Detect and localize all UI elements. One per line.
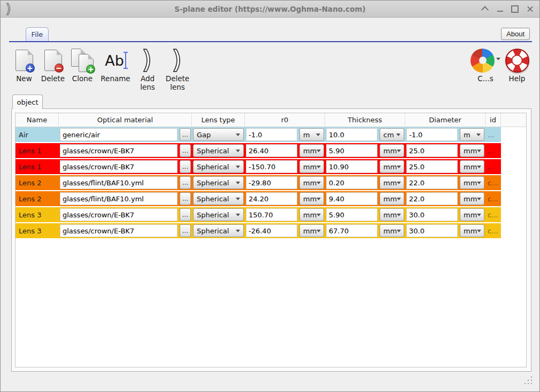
help-label: Help [509,75,526,83]
diameter-unit-select[interactable]: mm [460,176,484,189]
lens-type-select[interactable]: Spherical [193,208,244,221]
clone-button[interactable]: Clone [67,48,98,83]
r0-unit-select[interactable]: mm [299,144,324,157]
header-name: Name [16,113,59,127]
r0-unit-select[interactable]: mm [299,160,324,173]
diameter-unit-select[interactable]: mm [460,160,484,173]
thickness-input[interactable] [326,128,377,141]
browse-material-button[interactable]: ... [180,128,191,141]
r0-unit-select[interactable]: mm [299,208,324,221]
thickness-unit-select[interactable]: mm [380,208,404,221]
r0-unit-select[interactable]: mm [299,176,324,189]
browse-material-button[interactable]: ... [180,160,191,173]
lens-type-select[interactable]: Spherical [193,144,244,157]
thickness-unit-select[interactable]: mm [380,176,404,189]
thickness-unit-select[interactable]: cm [380,128,404,141]
thickness-input[interactable] [326,224,377,237]
r0-input[interactable] [246,128,297,141]
thickness-input[interactable] [326,160,377,173]
thickness-unit-select[interactable]: mm [380,144,404,157]
row-id-cell: c... [485,223,501,238]
tab-file[interactable]: File [26,27,49,41]
resize-grip[interactable] [524,377,532,384]
diameter-input[interactable] [406,144,458,157]
add-lens-button[interactable]: Add lens [134,48,161,91]
r0-input[interactable] [246,208,297,221]
add-lens-label: Add lens [137,75,158,91]
rename-button[interactable]: Ab Rename [97,48,134,83]
optical-material-input[interactable] [60,224,178,237]
maximize-window-icon[interactable] [511,5,519,13]
chevron-down-icon [317,182,321,184]
diameter-unit-select[interactable]: mm [460,144,484,157]
optical-material-input[interactable] [60,176,178,189]
r0-unit-select[interactable]: mm [299,224,324,237]
delete-lens-label: Delete lens [164,75,191,91]
r0-input[interactable] [246,224,297,237]
delete-document-icon [44,48,62,73]
row-filler [501,143,526,158]
diameter-unit-select[interactable]: mm [460,208,484,221]
optical-material-input[interactable] [60,144,178,157]
r0-input[interactable] [246,160,297,173]
chevron-down-icon [317,198,321,200]
minimize-window-icon[interactable] [496,5,504,13]
thickness-unit-select[interactable]: mm [380,160,404,173]
optical-material-input[interactable] [60,160,178,173]
shade-window-icon[interactable] [481,5,489,13]
browse-material-button[interactable]: ... [180,224,191,237]
diameter-input[interactable] [406,224,458,237]
help-button[interactable]: Help [502,48,532,83]
diameter-input[interactable] [406,208,458,221]
lens-type-select[interactable]: Spherical [193,176,244,189]
about-button[interactable]: About [501,28,530,40]
delete-button[interactable]: Delete [38,48,68,83]
r0-cell: m [245,127,325,142]
thickness-input[interactable] [326,192,377,205]
thickness-input[interactable] [326,144,377,157]
lens-type-select[interactable]: Spherical [193,192,244,205]
optical-material-input[interactable] [60,208,178,221]
lens-type-select[interactable]: Spherical [193,160,244,173]
lens-app-icon [5,3,12,15]
diameter-input[interactable] [406,160,458,173]
lifebuoy-icon [505,49,529,73]
diameter-unit-select[interactable]: mm [460,192,484,205]
r0-input[interactable] [246,176,297,189]
header-id: id [485,113,501,127]
browse-cell: ... [179,223,192,238]
browse-material-button[interactable]: ... [180,192,191,205]
browse-material-button[interactable]: ... [180,208,191,221]
diameter-unit-select[interactable]: mm [460,224,484,237]
chevron-down-icon [397,198,401,200]
r0-unit-select[interactable]: m [299,128,324,141]
colors-button[interactable]: C...s [469,48,502,83]
thickness-input[interactable] [326,208,377,221]
thickness-input[interactable] [326,176,377,189]
browse-material-button[interactable]: ... [180,144,191,157]
r0-unit-select[interactable]: mm [299,192,324,205]
new-button[interactable]: New [10,48,38,83]
r0-cell: mm [245,207,325,222]
lens-type-select[interactable]: Gap [193,128,244,141]
diameter-input[interactable] [406,176,458,189]
optical-material-input[interactable] [60,192,178,205]
thickness-unit-select[interactable]: mm [380,192,404,205]
thickness-cell: mm [325,159,405,174]
r0-input[interactable] [246,192,297,205]
browse-material-button[interactable]: ... [180,176,191,189]
chevron-down-icon [397,150,401,152]
diameter-input[interactable] [406,192,458,205]
thickness-unit-select[interactable]: mm [380,224,404,237]
lens-type-select[interactable]: Spherical [193,224,244,237]
delete-lens-button[interactable]: Delete lens [162,48,193,91]
optical-material-input[interactable] [60,128,178,141]
r0-input[interactable] [246,144,297,157]
lens-type-cell: Spherical [192,191,245,206]
diameter-input[interactable] [406,128,458,141]
chevron-down-icon [397,182,401,184]
chevron-down-icon [477,198,481,200]
tab-object[interactable]: object [12,95,43,109]
close-window-icon[interactable] [526,5,534,13]
diameter-unit-select[interactable]: m [460,128,484,141]
